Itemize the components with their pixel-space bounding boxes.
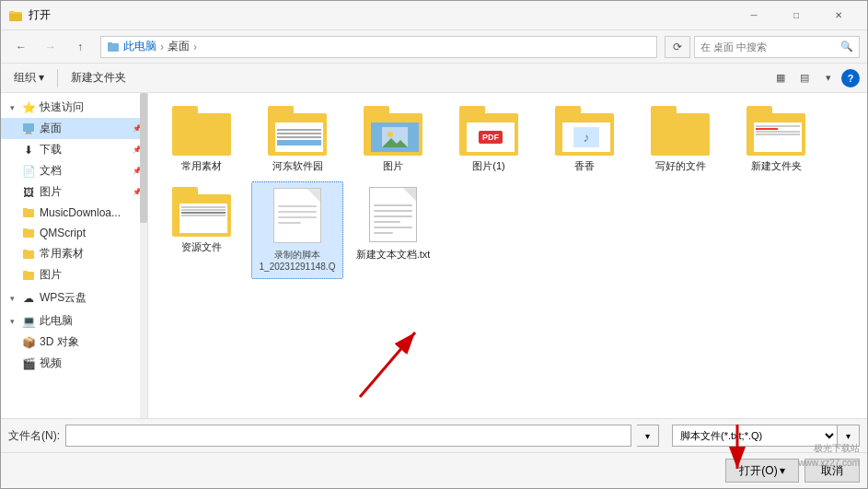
sidebar-section-wps: ▾ ☁ WPS云盘 bbox=[1, 287, 147, 309]
sidebar-item-musicdownload[interactable]: MusicDownloa... bbox=[1, 203, 147, 223]
file-item-hedong[interactable]: 河东软件园 bbox=[251, 100, 343, 178]
wps-toggle: ▾ bbox=[6, 293, 17, 304]
forward-button[interactable]: → bbox=[38, 34, 64, 60]
sidebar-item-pictures[interactable]: 🖼 图片 📌 bbox=[1, 181, 147, 203]
thispc-icon: 💻 bbox=[21, 314, 36, 329]
window-controls: ─ □ ✕ bbox=[733, 1, 860, 30]
folder-icon-xiehaode bbox=[651, 106, 710, 156]
file-item-changyong[interactable]: 常用素材 bbox=[156, 100, 248, 178]
sidebar-item-documents[interactable]: 📄 文档 📌 bbox=[1, 160, 147, 181]
open-label: 打开(O) bbox=[739, 463, 777, 479]
file-item-tupian[interactable]: 图片 bbox=[347, 100, 439, 178]
quick-access-icon: ⭐ bbox=[21, 100, 36, 115]
file-name-xiehaode: 写好的文件 bbox=[655, 159, 706, 172]
documents-label: 文档 bbox=[40, 163, 131, 179]
refresh-button[interactable]: ⟳ bbox=[665, 36, 690, 58]
action-buttons-row: 打开(O) ▾ 取消 bbox=[1, 452, 867, 488]
sidebar-item-3d[interactable]: 📦 3D 对象 bbox=[1, 332, 147, 353]
sidebar-item-desktop[interactable]: 桌面 📌 bbox=[1, 118, 147, 139]
qmscript-icon bbox=[21, 226, 36, 240]
doc-icon-txt bbox=[369, 187, 417, 242]
cancel-button[interactable]: 取消 bbox=[804, 459, 860, 483]
wps-icon: ☁ bbox=[21, 291, 36, 306]
action-separator bbox=[57, 69, 58, 87]
up-button[interactable]: ↑ bbox=[67, 34, 93, 60]
main-area: ▾ ⭐ 快速访问 桌面 📌 ⬇ 下载 📌 bbox=[1, 93, 867, 418]
svg-rect-2 bbox=[9, 14, 22, 21]
musicdownload-icon bbox=[21, 205, 36, 220]
folder-icon-tupian bbox=[364, 106, 422, 156]
svg-point-17 bbox=[388, 132, 393, 137]
qmscript-label: QMScript bbox=[40, 227, 142, 239]
svg-text:♪: ♪ bbox=[584, 130, 590, 145]
sidebar-quick-access-header[interactable]: ▾ ⭐ 快速访问 bbox=[1, 97, 147, 118]
view-dropdown[interactable]: ▾ bbox=[817, 67, 839, 89]
close-button[interactable]: ✕ bbox=[817, 1, 860, 30]
quick-access-toggle: ▾ bbox=[6, 102, 17, 113]
help-button[interactable]: ? bbox=[841, 69, 860, 87]
sidebar-item-changyong[interactable]: 常用素材 bbox=[1, 243, 147, 264]
wps-label: WPS云盘 bbox=[40, 290, 87, 306]
sidebar-thispc-header[interactable]: ▾ 💻 此电脑 bbox=[1, 310, 147, 332]
file-item-tupian1[interactable]: PDF 图片(1) bbox=[443, 100, 535, 178]
thispc-label: 此电脑 bbox=[40, 313, 73, 329]
filetype-select[interactable]: 脚本文件(*.txt;*.Q) bbox=[672, 425, 838, 447]
sidebar-section-thispc: ▾ 💻 此电脑 📦 3D 对象 🎬 视频 bbox=[1, 310, 147, 374]
folder-icon-tupian1: PDF bbox=[459, 106, 518, 156]
doc-icon-script bbox=[273, 188, 321, 243]
file-name-tupian1: 图片(1) bbox=[472, 159, 504, 172]
tupian-sidebar-icon bbox=[21, 268, 36, 283]
svg-rect-9 bbox=[23, 208, 28, 211]
file-item-ziyuan[interactable]: 资源文件 bbox=[156, 181, 248, 279]
breadcrumb-sep-1: › bbox=[160, 41, 164, 53]
file-item-xiehaode[interactable]: 写好的文件 bbox=[634, 100, 726, 178]
changyong-sidebar-icon bbox=[21, 247, 36, 262]
breadcrumb-sep-2: › bbox=[193, 41, 197, 53]
dialog-title: 打开 bbox=[29, 7, 733, 23]
file-item-xiangxiang[interactable]: ♪ 香香 bbox=[538, 100, 631, 178]
filename-input[interactable] bbox=[65, 425, 631, 447]
sidebar-item-qmscript[interactable]: QMScript bbox=[1, 223, 147, 243]
search-input[interactable] bbox=[700, 41, 837, 52]
action-bar: 组织 ▾ 新建文件夹 ▦ ▤ ▾ ? bbox=[1, 64, 867, 93]
new-folder-button[interactable]: 新建文件夹 bbox=[65, 67, 132, 89]
back-button[interactable]: ← bbox=[8, 34, 34, 60]
folder-icon-hedong bbox=[268, 106, 327, 156]
file-item-xinjian[interactable]: 新建文件夹 bbox=[730, 100, 822, 178]
file-name-changyong: 常用素材 bbox=[181, 159, 222, 172]
pictures-label: 图片 bbox=[40, 184, 131, 200]
filetype-dropdown[interactable]: ▾ bbox=[838, 425, 860, 447]
folder-icon-xinjian bbox=[746, 106, 805, 156]
filename-dropdown[interactable]: ▾ bbox=[637, 425, 659, 447]
organize-button[interactable]: 组织 ▾ bbox=[8, 67, 50, 89]
videos-icon: 🎬 bbox=[21, 356, 36, 371]
svg-rect-4 bbox=[108, 42, 112, 45]
file-item-txt[interactable]: 新建文本文档.txt bbox=[347, 181, 439, 279]
sidebar-item-tupian[interactable]: 图片 bbox=[1, 264, 147, 285]
file-item-script[interactable]: 录制的脚本1_20231291148.Q bbox=[251, 181, 343, 279]
view-icon-2[interactable]: ▤ bbox=[793, 67, 816, 89]
3d-icon: 📦 bbox=[21, 335, 36, 350]
breadcrumb-this-pc[interactable]: 此电脑 bbox=[123, 39, 156, 54]
tupian-sidebar-label: 图片 bbox=[40, 267, 142, 283]
sidebar-item-videos[interactable]: 🎬 视频 bbox=[1, 353, 147, 374]
folder-icon-ziyuan bbox=[172, 187, 231, 237]
thispc-toggle: ▾ bbox=[6, 316, 17, 327]
sidebar-item-downloads[interactable]: ⬇ 下载 📌 bbox=[1, 139, 147, 160]
folder-icon-xiangxiang: ♪ bbox=[555, 106, 614, 156]
view-icon-1[interactable]: ▦ bbox=[770, 67, 792, 89]
file-name-hedong: 河东软件园 bbox=[272, 159, 323, 172]
open-button[interactable]: 打开(O) ▾ bbox=[725, 459, 799, 483]
file-name-xinjian: 新建文件夹 bbox=[751, 159, 802, 172]
desktop-icon bbox=[21, 122, 36, 136]
sidebar-wps-header[interactable]: ▾ ☁ WPS云盘 bbox=[1, 287, 147, 309]
file-area: 常用素材 河东软件园 bbox=[148, 93, 867, 418]
open-dialog: 打开 ─ □ ✕ ← → ↑ 此电脑 › 桌面 › ⟳ 🔍 组织 ▾ bbox=[0, 0, 868, 489]
file-name-ziyuan: 资源文件 bbox=[181, 240, 222, 253]
dialog-icon bbox=[8, 8, 23, 23]
maximize-button[interactable]: □ bbox=[775, 1, 817, 30]
videos-label: 视频 bbox=[40, 355, 142, 371]
minimize-button[interactable]: ─ bbox=[733, 1, 775, 30]
folder-icon-changyong bbox=[172, 106, 231, 156]
filename-label: 文件名(N): bbox=[8, 428, 60, 444]
